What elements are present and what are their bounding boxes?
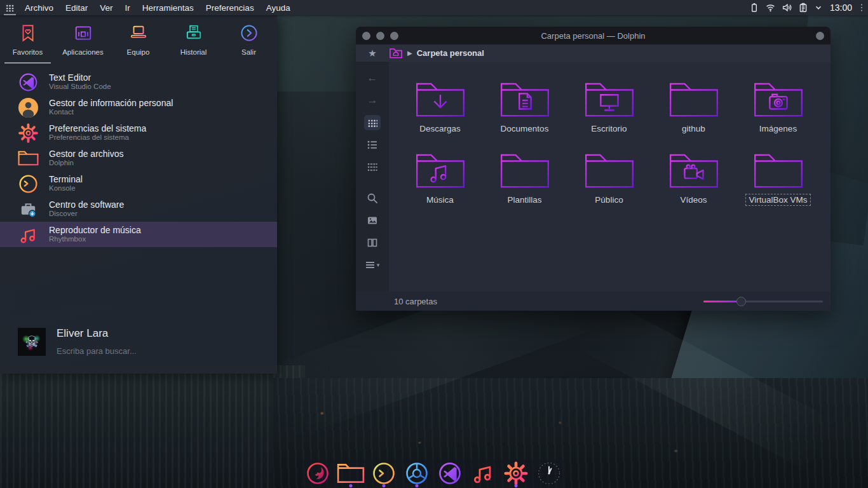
tab-favoritos[interactable]: Favoritos bbox=[0, 24, 55, 64]
search-icon[interactable] bbox=[364, 191, 381, 206]
running-indicator bbox=[383, 484, 386, 487]
menu-ver[interactable]: Ver bbox=[100, 3, 112, 13]
wallpaper-city-blocks bbox=[0, 365, 305, 488]
folder-label: Música bbox=[423, 194, 457, 206]
tab-aplicaciones[interactable]: Aplicaciones bbox=[55, 24, 111, 64]
volume-icon[interactable] bbox=[782, 3, 792, 13]
list-view-icon[interactable] bbox=[364, 137, 381, 152]
briefcase-download-icon bbox=[18, 199, 39, 220]
app-subtitle: Dolphin bbox=[49, 159, 124, 167]
folder-musica[interactable]: Música bbox=[398, 151, 482, 206]
preview-image-icon[interactable] bbox=[364, 213, 381, 228]
clock[interactable]: 13:00 bbox=[830, 3, 852, 13]
star-icon[interactable]: ★ bbox=[356, 48, 389, 59]
app-item-rhythmbox[interactable]: Reproductor de música Rhythmbox bbox=[0, 222, 277, 247]
app-subtitle: Konsole bbox=[49, 184, 83, 193]
folder-count: 10 carpetas bbox=[394, 297, 437, 306]
app-grid-icon bbox=[5, 4, 15, 11]
menu-ir[interactable]: Ir bbox=[125, 3, 130, 13]
window-menu-button[interactable] bbox=[816, 32, 824, 40]
grip-icon[interactable] bbox=[859, 3, 864, 13]
chevron-down-icon[interactable] bbox=[814, 3, 823, 12]
tab-equipo[interactable]: Equipo bbox=[111, 24, 166, 64]
app-item-system-settings[interactable]: Preferencias del sistema Preferencias de… bbox=[0, 120, 277, 146]
grid-view-icon[interactable] bbox=[364, 115, 381, 130]
app-item-konsole[interactable]: Terminal Konsole bbox=[0, 171, 277, 196]
window-minimize-button[interactable] bbox=[376, 32, 384, 40]
menu-editar[interactable]: Editar bbox=[65, 3, 88, 13]
menu-archivo[interactable]: Archivo bbox=[25, 3, 53, 13]
tab-historial[interactable]: Historial bbox=[166, 24, 221, 64]
compact-view-icon[interactable] bbox=[364, 159, 381, 175]
gear-icon bbox=[18, 123, 39, 144]
app-item-discover[interactable]: Centro de software Discover bbox=[0, 196, 277, 222]
folder-documentos[interactable]: Documentos bbox=[482, 80, 567, 135]
folder-videos[interactable]: Vídeos bbox=[651, 151, 736, 206]
dock-files[interactable] bbox=[334, 459, 367, 488]
dock-chrome[interactable] bbox=[400, 459, 433, 488]
dock-rhythmbox[interactable] bbox=[466, 459, 499, 488]
app-title: Gestor de información personal bbox=[49, 98, 173, 108]
chrome-icon bbox=[404, 461, 430, 486]
running-indicator bbox=[416, 484, 419, 487]
app-item-vscode[interactable]: Text Editor Visual Studio Code bbox=[0, 69, 277, 95]
menu-icon[interactable]: ▾ bbox=[364, 257, 381, 273]
running-indicator bbox=[349, 484, 353, 487]
zoom-slider[interactable] bbox=[703, 296, 823, 306]
folder-icon bbox=[668, 80, 720, 119]
dock-firefox[interactable] bbox=[301, 459, 334, 488]
app-item-kontact[interactable]: Gestor de información personal Kontact bbox=[0, 95, 277, 120]
dock-vscode[interactable] bbox=[433, 459, 466, 488]
running-indicator bbox=[515, 484, 518, 487]
tab-salir[interactable]: Salir bbox=[221, 24, 276, 64]
split-view-icon[interactable] bbox=[364, 235, 381, 250]
folder-descargas[interactable]: Descargas bbox=[398, 80, 482, 135]
app-title: Gestor de archivos bbox=[49, 149, 124, 159]
dock-terminal[interactable] bbox=[367, 459, 400, 488]
slider-handle[interactable] bbox=[736, 297, 746, 306]
user-avatar[interactable]: ☠ bbox=[18, 328, 46, 356]
app-item-dolphin[interactable]: Gestor de archivos Dolphin bbox=[0, 146, 277, 171]
app-subtitle: Rhythmbox bbox=[49, 235, 141, 243]
window-close-button[interactable] bbox=[362, 32, 370, 40]
app-title: Reproductor de música bbox=[49, 225, 141, 235]
window-titlebar[interactable]: Carpeta personal — Dolphin bbox=[356, 27, 831, 44]
folder-github[interactable]: github bbox=[651, 80, 736, 135]
breadcrumb-arrow-icon: ▶ bbox=[407, 50, 412, 57]
folder-plantillas[interactable]: Plantillas bbox=[482, 151, 567, 206]
wifi-icon[interactable] bbox=[765, 3, 776, 13]
folder-imagenes[interactable]: Imágenes bbox=[736, 80, 820, 135]
top-panel: Archivo Editar Ver Ir Herramientas Prefe… bbox=[0, 0, 868, 15]
slider-fill bbox=[703, 301, 740, 303]
folder-label: VirtualBox VMs bbox=[745, 194, 810, 206]
forward-arrow-icon[interactable]: → bbox=[364, 93, 381, 108]
search-input[interactable]: Escriba para buscar... bbox=[57, 346, 137, 356]
music-notes-icon bbox=[18, 224, 39, 245]
dock bbox=[301, 459, 566, 488]
folder-escritorio[interactable]: Escritorio bbox=[567, 80, 651, 135]
back-arrow-icon[interactable]: ← bbox=[364, 71, 381, 86]
person-icon bbox=[18, 97, 39, 118]
music-notes-icon bbox=[470, 461, 496, 486]
dolphin-sidebar: ← → bbox=[356, 62, 389, 292]
dock-clock-widget[interactable] bbox=[532, 459, 566, 488]
breadcrumb[interactable]: ▶ Carpeta personal bbox=[389, 47, 484, 59]
clipboard-icon[interactable] bbox=[798, 3, 808, 13]
folder-camera-icon bbox=[752, 80, 804, 119]
folder-publico[interactable]: Público bbox=[567, 151, 651, 206]
menu-ayuda[interactable]: Ayuda bbox=[266, 3, 290, 13]
app-title: Terminal bbox=[49, 174, 83, 184]
menu-preferencias[interactable]: Preferencias bbox=[206, 3, 254, 13]
menu-herramientas[interactable]: Herramientas bbox=[142, 3, 194, 13]
window-maximize-button[interactable] bbox=[390, 32, 398, 40]
app-launcher-button[interactable] bbox=[0, 0, 19, 15]
folder-label: Plantillas bbox=[504, 194, 545, 206]
dolphin-toolbar: ★ ▶ Carpeta personal bbox=[356, 44, 831, 62]
folder-virtualbox-vms[interactable]: VirtualBox VMs bbox=[736, 151, 820, 206]
tab-label: Aplicaciones bbox=[62, 48, 104, 56]
window-title: Carpeta personal — Dolphin bbox=[356, 31, 831, 41]
folder-icon bbox=[337, 463, 365, 484]
dolphin-window: Carpeta personal — Dolphin ★ ▶ Carpeta p… bbox=[356, 27, 831, 311]
dock-settings[interactable] bbox=[499, 459, 532, 488]
battery-icon[interactable] bbox=[749, 3, 759, 13]
